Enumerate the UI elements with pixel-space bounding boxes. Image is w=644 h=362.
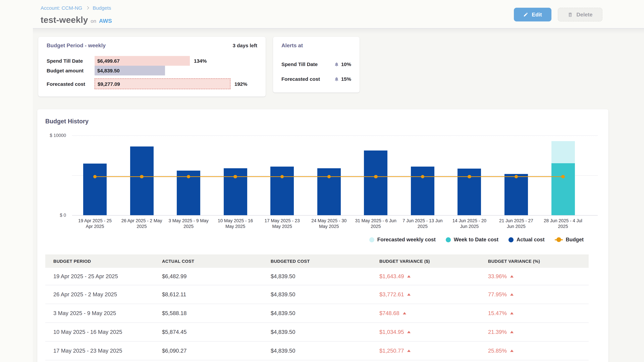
forecasted-cost-bar: $9,277.09 <box>94 78 230 89</box>
edit-button-label: Edit <box>532 11 542 17</box>
content-area: Budget Period - weekly 3 days left Spend… <box>33 28 644 362</box>
budget-line-point[interactable] <box>561 175 565 178</box>
actual-cost-bar[interactable] <box>130 146 154 215</box>
gridline-10000 <box>72 135 598 136</box>
delete-button-label: Delete <box>576 11 592 17</box>
y-tick-zero: $ 0 <box>37 213 66 218</box>
week-to-date-cost-bar[interactable] <box>551 163 575 215</box>
cell-actual-cost: $8,612.11 <box>154 291 263 298</box>
x-axis-label: 17 May 2025 - 23 May 2025 <box>262 218 303 229</box>
x-axis-label: 14 Jun 2025 - 20 Jun 2025 <box>448 218 490 229</box>
table-row[interactable]: 17 May 2025 - 23 May 2025$6,090.27$4,839… <box>45 342 589 360</box>
cell-budget-period: 17 May 2025 - 23 May 2025 <box>45 348 154 354</box>
cell-budgeted-cost: $4,839.50 <box>263 310 371 317</box>
legend-item[interactable]: Forecasted weekly cost <box>369 237 436 243</box>
cell-budget-variance-usd: $1,250.77 <box>371 348 480 354</box>
table-row[interactable]: 19 Apr 2025 - 25 Apr 2025$6,482.99$4,839… <box>45 268 589 285</box>
budget-amount-row: Budget amount $4,839.50 <box>46 66 165 75</box>
variance-up-icon <box>510 275 514 278</box>
table-header-row: BUDGET PERIODACTUAL COSTBUDGETED COSTBUD… <box>45 254 589 268</box>
budget-amount-label: Budget amount <box>46 68 94 73</box>
forecasted-cost-label: Forecasted cost <box>46 81 94 87</box>
budget-period-card: Budget Period - weekly 3 days left Spend… <box>38 37 266 96</box>
alert-spend-label: Spend Till Date <box>282 61 318 67</box>
actual-cost-bar[interactable] <box>270 167 294 215</box>
cell-actual-cost: $5,588.18 <box>154 310 263 317</box>
spend-till-date-label: Spend Till Date <box>46 58 94 64</box>
breadcrumb-account-link[interactable]: Account: CCM-NG <box>40 5 82 11</box>
forecasted-cost-value: $9,277.09 <box>98 81 120 87</box>
table-row[interactable]: 3 May 2025 - 9 May 2025$5,588.18$4,839.5… <box>45 304 589 323</box>
alert-value-group: 10% <box>334 61 351 67</box>
table-column-header: BUDGET VARIANCE (%) <box>480 259 589 264</box>
variance-up-icon <box>407 293 411 296</box>
table-row[interactable]: 10 May 2025 - 16 May 2025$5,874.45$4,839… <box>45 323 589 342</box>
actual-cost-bar[interactable] <box>83 163 107 215</box>
variance-up-icon <box>510 312 514 314</box>
legend-item[interactable]: Week to Date cost <box>446 237 498 243</box>
variance-up-icon <box>407 275 411 278</box>
legend-item[interactable]: Actual cost <box>508 237 544 243</box>
x-axis-label: 19 Apr 2025 - 25 Apr 2025 <box>74 218 116 229</box>
legend-dot-icon <box>369 237 374 242</box>
page-header: Account: CCM-NG Budgets test-weekly on A… <box>0 0 644 28</box>
table-column-header: ACTUAL COST <box>154 259 263 264</box>
cell-budget-variance-pct: 77.95% <box>480 291 589 298</box>
actual-cost-bar[interactable] <box>364 150 388 215</box>
cell-budget-period: 3 May 2025 - 9 May 2025 <box>45 310 154 317</box>
budget-line-point[interactable] <box>421 175 424 178</box>
delete-button[interactable]: Delete <box>558 8 602 21</box>
spend-till-date-value: $6,499.67 <box>97 58 120 64</box>
actual-cost-bar[interactable] <box>504 174 528 215</box>
budget-detail-page: Account: CCM-NG Budgets test-weekly on A… <box>0 0 644 362</box>
legend-item[interactable]: Budget <box>554 237 584 243</box>
spend-till-date-row: Spend Till Date $6,499.67 134% <box>46 56 207 66</box>
x-axis-label: 24 May 2025 - 30 May 2025 <box>308 218 350 229</box>
chevron-right-icon <box>86 6 89 9</box>
edit-button[interactable]: Edit <box>514 8 552 21</box>
table-column-header: BUDGET VARIANCE ($) <box>371 259 480 264</box>
legend-label: Forecasted weekly cost <box>377 237 436 243</box>
variance-up-icon <box>510 350 514 352</box>
table-column-header: BUDGET PERIOD <box>45 259 154 264</box>
alert-row-spend: Spend Till Date 10% <box>282 61 351 67</box>
legend-label: Week to Date cost <box>454 237 498 243</box>
budget-line-point[interactable] <box>234 175 237 178</box>
table-row[interactable]: 26 Apr 2025 - 2 May 2025$8,612.11$4,839.… <box>45 285 589 304</box>
cell-actual-cost: $5,874.45 <box>154 329 263 335</box>
alert-spend-value: 10% <box>341 61 351 67</box>
alert-value-group: 15% <box>334 76 351 82</box>
spend-till-date-bar: $6,499.67 <box>94 56 190 66</box>
budget-period-card-title: Budget Period - weekly <box>46 42 106 49</box>
variance-up-icon <box>407 331 411 333</box>
cell-budget-variance-usd: $1,643.49 <box>371 273 480 280</box>
bell-icon <box>334 76 339 82</box>
budget-amount-bar: $4,839.50 <box>94 66 165 75</box>
cell-budget-variance-pct: 33.96% <box>480 273 589 280</box>
breadcrumb-budgets-link[interactable]: Budgets <box>92 5 111 11</box>
budget-line-point[interactable] <box>468 175 471 178</box>
variance-up-icon <box>510 331 514 333</box>
x-axis-label: 7 Jun 2025 - 13 Jun 2025 <box>402 218 443 229</box>
cell-budgeted-cost: $4,839.50 <box>263 291 371 298</box>
cell-budget-variance-pct: 25.85% <box>480 348 589 354</box>
legend-dot-icon <box>508 237 514 242</box>
content-top-shadow <box>33 28 644 34</box>
cell-actual-cost: $6,482.99 <box>154 273 263 280</box>
budget-line-point[interactable] <box>327 175 331 178</box>
budget-line-point[interactable] <box>374 175 378 178</box>
alert-forecast-label: Forecasted cost <box>282 76 320 82</box>
breadcrumb: Account: CCM-NG Budgets <box>40 5 111 11</box>
cell-budget-period: 19 Apr 2025 - 25 Apr 2025 <box>45 273 154 280</box>
days-left-label: 3 days left <box>232 42 257 48</box>
cloud-provider-label: AWS <box>99 18 112 24</box>
title-connector: on <box>91 18 96 24</box>
forecasted-cost-row: Forecasted cost $9,277.09 192% <box>46 78 247 89</box>
budget-amount-value: $4,839.50 <box>97 68 120 73</box>
cell-budget-variance-usd: $748.68 <box>371 310 480 317</box>
budget-history-card: Budget History $ 10000$ 019 Apr 2025 - 2… <box>37 109 608 362</box>
actual-cost-bar[interactable] <box>411 167 434 215</box>
budget-line-point[interactable] <box>140 175 144 178</box>
variance-up-icon <box>407 350 411 352</box>
variance-up-icon <box>510 293 514 296</box>
